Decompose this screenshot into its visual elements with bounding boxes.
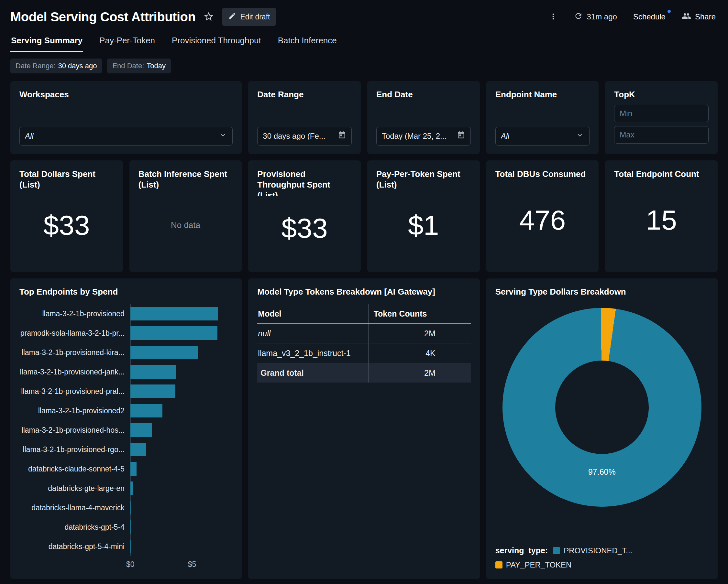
date-range-input[interactable]: 30 days ago (Fe... (257, 127, 352, 145)
legend-swatch-teal (553, 547, 560, 554)
filter-chip-date-range[interactable]: Date Range: 30 days ago (10, 58, 102, 74)
table-row: null2M (257, 324, 470, 343)
spend-bar (130, 481, 133, 495)
bar-category-label: databricks-llama-4-maverick (19, 498, 130, 518)
bar-chart-plot-column: $0$5 (130, 304, 233, 571)
people-icon (682, 11, 691, 23)
chart-legend: serving_type: PROVISIONED_T... PAY_PER_T… (495, 546, 709, 571)
filter-card-topk: TopK (605, 81, 718, 154)
filter-label: TopK (614, 89, 709, 100)
schedule-button[interactable]: Schedule (632, 10, 667, 23)
bar-category-label: llama-3-2-1b-provisioned-hos... (19, 420, 130, 440)
last-refresh-label: 31m ago (587, 12, 617, 21)
kpi-pay-per-token-spent: Pay-Per-Token Spent (List) $1 (367, 160, 480, 272)
legend-item-provisioned-throughput[interactable]: PROVISIONED_T... (553, 546, 632, 555)
bar-category-label: databricks-gpt-5-4 (19, 518, 130, 537)
filter-card-endpoint-name: Endpoint Name All (486, 81, 599, 154)
bar-row (130, 459, 233, 479)
bar-row (130, 518, 233, 537)
donut-chart-area: 97.60% (495, 303, 709, 546)
endpoint-name-select[interactable]: All (495, 127, 590, 145)
spend-bar (130, 520, 131, 534)
end-date-value: Today (Mar 25, 2... (382, 132, 446, 141)
legend-item-pay-per-token[interactable]: PAY_PER_TOKEN (495, 560, 572, 569)
tab-serving-summary[interactable]: Serving Summary (10, 31, 83, 52)
table-row: llama_v3_2_1b_instruct-14K (257, 343, 470, 363)
calendar-icon (457, 131, 465, 141)
filter-card-end-date: End Date Today (Mar 25, 2... (367, 81, 480, 154)
serving-type-dollars-breakdown-card: Serving Type Dollars Breakdown 97.60% se… (486, 278, 718, 579)
kpi-title: Batch Inference Spent (List) (138, 169, 233, 190)
spacer-cell (439, 363, 471, 383)
spend-bar (130, 346, 198, 359)
charts-row: Top Endpoints by Spend llama-3-2-1b-prov… (10, 278, 718, 579)
kpi-title: Total Dollars Spent (List) (19, 169, 114, 190)
share-button[interactable]: Share (680, 11, 718, 23)
bar-category-label: llama-3-2-1b-provisioned-pral... (19, 382, 130, 401)
kpi-value: No data (138, 190, 233, 263)
tab-batch-inference[interactable]: Batch Inference (277, 31, 337, 52)
pencil-icon (229, 12, 236, 22)
filters-row: Workspaces All Date Range 30 days ago (F… (10, 81, 718, 154)
filter-label: Endpoint Name (495, 89, 590, 100)
tab-bar: Serving Summary Pay-Per-Token Provisione… (10, 31, 718, 52)
donut-chart: 97.60% (502, 308, 701, 507)
model-type-tokens-breakdown-card: Model Type Tokens Breakdown [AI Gateway]… (248, 278, 479, 579)
kpi-row: Total Dollars Spent (List) $33 Batch Inf… (10, 160, 718, 272)
edit-draft-button[interactable]: Edit draft (222, 8, 276, 26)
table-row: Grand total2M (257, 363, 470, 383)
workspaces-select[interactable]: All (19, 127, 233, 145)
spacer-cell (439, 324, 471, 343)
spacer-cell (439, 343, 471, 363)
kpi-title: Total Endpoint Count (614, 169, 709, 179)
model-cell: Grand total (257, 363, 368, 383)
favorite-star-button[interactable] (202, 10, 215, 24)
bar-row (130, 420, 233, 440)
bar-row (130, 498, 233, 518)
bar-row (130, 440, 233, 459)
topk-max-input[interactable] (614, 126, 709, 144)
chart-title: Serving Type Dollars Breakdown (495, 287, 709, 297)
notification-dot (668, 10, 671, 13)
refresh-button[interactable]: 31m ago (572, 11, 619, 23)
bar-row (130, 304, 233, 323)
bar-row (130, 382, 233, 401)
calendar-icon (338, 131, 346, 141)
x-axis-tick-label: $0 (126, 560, 135, 569)
gridline (192, 304, 192, 556)
header: Model Serving Cost Attribution Edit draf… (10, 6, 718, 27)
bar-category-label: llama-3-2-1b-provisioned (19, 304, 130, 323)
filter-card-workspaces: Workspaces All (10, 81, 242, 154)
bar-category-label: llama-3-2-1b-provisioned-kira... (19, 343, 130, 362)
filter-chip-end-date[interactable]: End Date: Today (107, 58, 171, 74)
horizontal-bar-chart: llama-3-2-1b-provisionedpramodk-sola-lla… (19, 304, 233, 571)
chip-value: 30 days ago (58, 62, 97, 70)
legend-row: PAY_PER_TOKEN (495, 560, 709, 569)
topk-inputs (614, 105, 709, 144)
tab-provisioned-throughput[interactable]: Provisioned Throughput (171, 31, 262, 52)
chart-title: Model Type Tokens Breakdown [AI Gateway] (257, 287, 470, 297)
share-label: Share (695, 12, 716, 21)
legend-title: serving_type: (495, 546, 548, 555)
bar-chart-plot (130, 304, 233, 556)
topk-min-input[interactable] (614, 105, 709, 122)
end-date-input[interactable]: Today (Mar 25, 2... (376, 127, 471, 145)
legend-swatch-orange (495, 561, 502, 568)
kpi-provisioned-throughput-spent: Provisioned Throughput Spent (List) $33 (248, 160, 361, 272)
chip-label: End Date: (112, 62, 144, 70)
kpi-value: 15 (614, 179, 709, 263)
overflow-menu-button[interactable] (547, 11, 559, 23)
chip-value: Today (147, 62, 166, 70)
spend-bar (130, 423, 152, 437)
spend-bar (130, 540, 131, 553)
tab-pay-per-token[interactable]: Pay-Per-Token (99, 31, 156, 52)
spend-bar (130, 462, 136, 476)
spend-bar (130, 404, 162, 417)
filter-label: End Date (376, 89, 471, 100)
filter-chip-row: Date Range: 30 days ago End Date: Today (10, 58, 718, 74)
filter-label: Date Range (257, 89, 352, 100)
workspaces-value: All (25, 132, 34, 141)
legend-label: PROVISIONED_T... (564, 546, 632, 555)
bar-row (130, 362, 233, 382)
spend-bar (130, 326, 217, 340)
